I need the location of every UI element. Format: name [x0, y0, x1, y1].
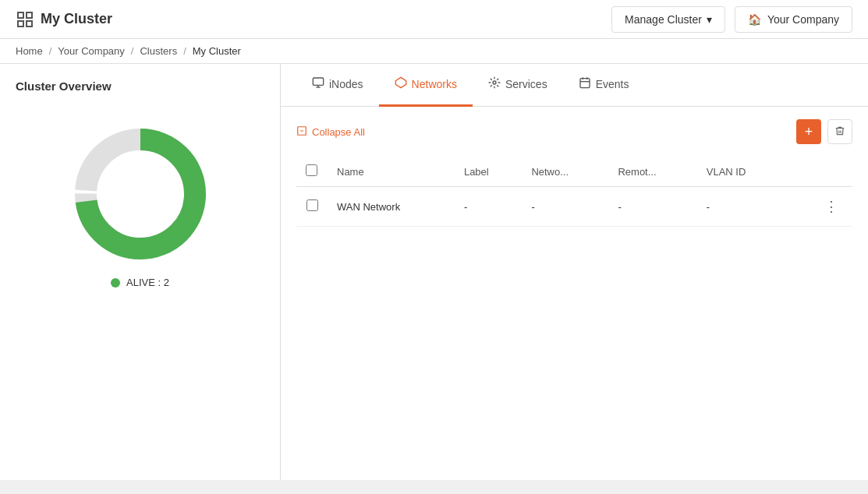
content-area: iNodes Networks: [281, 64, 868, 480]
networks-icon: [395, 76, 407, 92]
donut-chart: [70, 124, 211, 264]
col-label: Label: [455, 157, 522, 187]
svg-rect-7: [313, 78, 323, 85]
svg-rect-3: [27, 21, 32, 26]
collapse-all-icon: [296, 125, 307, 139]
tab-events[interactable]: Events: [563, 64, 645, 107]
networks-table: Name Label Netwo... Remot... VLAN ID: [296, 157, 852, 227]
tab-networks-label: Networks: [412, 78, 457, 90]
toolbar-right: +: [796, 119, 852, 144]
row-remote: -: [608, 187, 696, 227]
tab-services[interactable]: Services: [473, 64, 563, 107]
svg-rect-0: [18, 12, 23, 18]
company-label: Your Company: [767, 13, 839, 26]
select-all-checkbox[interactable]: [306, 164, 317, 176]
breadcrumb-home[interactable]: Home: [16, 45, 43, 57]
manage-cluster-button[interactable]: Manage Cluster ▾: [611, 6, 725, 33]
col-vlan-id: VLAN ID: [697, 157, 788, 187]
breadcrumb-sep-1: /: [49, 45, 52, 57]
breadcrumb-company[interactable]: Your Company: [58, 45, 125, 57]
select-all-cell: [296, 157, 328, 187]
tab-networks[interactable]: Networks: [379, 64, 473, 107]
collapse-all-button[interactable]: Collapse All: [296, 122, 365, 142]
page-title: My Cluster: [41, 11, 112, 27]
row-checkbox-cell: [296, 187, 328, 227]
page-title-area: My Cluster: [16, 10, 611, 29]
tab-inodes-label: iNodes: [329, 78, 363, 90]
add-icon: +: [805, 124, 813, 140]
panel: Collapse All +: [281, 107, 868, 480]
top-header: My Cluster Manage Cluster ▾ 🏠 Your Compa…: [0, 0, 868, 39]
panel-toolbar: Collapse All +: [296, 119, 852, 144]
col-remote: Remot...: [608, 157, 696, 187]
breadcrumb-clusters[interactable]: Clusters: [140, 45, 177, 57]
row-label: -: [455, 187, 522, 227]
home-icon: 🏠: [748, 13, 761, 26]
col-network: Netwo...: [522, 157, 608, 187]
tab-inodes[interactable]: iNodes: [296, 64, 379, 107]
cluster-icon: [16, 10, 34, 29]
tab-services-label: Services: [505, 78, 547, 90]
alive-legend-dot: [111, 278, 120, 288]
row-actions-button[interactable]: ⋮: [820, 196, 843, 217]
col-actions: [787, 157, 852, 187]
sidebar-title: Cluster Overview: [16, 79, 264, 93]
row-network: -: [522, 187, 608, 227]
breadcrumb-sep-3: /: [183, 45, 186, 57]
table-header-row: Name Label Netwo... Remot... VLAN ID: [296, 157, 852, 187]
svg-rect-12: [580, 79, 590, 88]
svg-rect-1: [27, 12, 32, 18]
delete-button[interactable]: [827, 119, 852, 144]
company-button[interactable]: 🏠 Your Company: [735, 6, 852, 33]
chart-container: ALIVE : 2: [16, 108, 264, 304]
row-vlan-id: -: [697, 187, 788, 227]
sidebar: Cluster Overview ALIVE : 2: [0, 64, 281, 480]
breadcrumb-sep-2: /: [131, 45, 134, 57]
add-button[interactable]: +: [796, 119, 821, 144]
row-checkbox[interactable]: [306, 199, 318, 211]
svg-point-11: [493, 81, 496, 84]
main-layout: Cluster Overview ALIVE : 2: [0, 64, 868, 480]
services-icon: [488, 76, 501, 92]
svg-rect-2: [18, 21, 23, 26]
tabs: iNodes Networks: [281, 64, 868, 107]
tab-events-label: Events: [596, 78, 629, 90]
events-icon: [579, 76, 591, 92]
manage-cluster-label: Manage Cluster: [625, 13, 702, 26]
inodes-icon: [312, 76, 324, 92]
trash-icon: [834, 125, 845, 139]
breadcrumb: Home / Your Company / Clusters / My Clus…: [0, 39, 868, 64]
chevron-down-icon: ▾: [707, 13, 712, 26]
chart-legend: ALIVE : 2: [111, 277, 169, 288]
collapse-all-label: Collapse All: [312, 126, 365, 138]
row-name: WAN Network: [328, 187, 455, 227]
table-row: WAN Network - - - - ⋮: [296, 187, 852, 227]
col-name: Name: [328, 157, 455, 187]
row-actions-cell: ⋮: [787, 187, 852, 227]
breadcrumb-current: My Cluster: [193, 45, 241, 57]
alive-legend-label: ALIVE : 2: [126, 277, 169, 288]
header-actions: Manage Cluster ▾ 🏠 Your Company: [611, 6, 852, 33]
svg-marker-10: [395, 77, 406, 87]
